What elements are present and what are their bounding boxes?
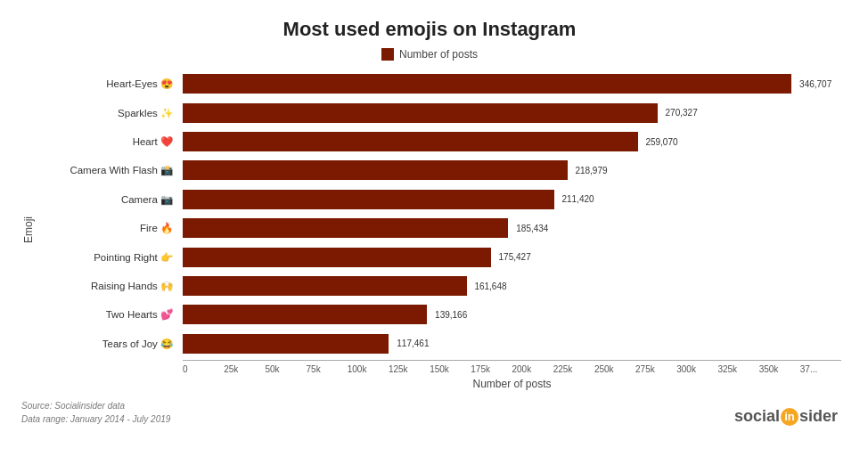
bar-label: Two Hearts 💕 <box>36 308 178 321</box>
bar-value-label: 259,070 <box>645 137 677 147</box>
bar-track: 211,420 <box>183 190 841 209</box>
bar-label: Pointing Right 👉 <box>36 251 178 264</box>
x-tick: 125k <box>389 364 430 374</box>
bar-row: Fire 🔥185,434 <box>183 214 841 242</box>
bar-fill: 175,427 <box>183 248 491 267</box>
x-tick: 175k <box>471 364 512 374</box>
bar-label: Tears of Joy 😂 <box>36 338 178 350</box>
x-tick: 225k <box>553 364 594 374</box>
chart-inner: Heart-Eyes 😍346,707Sparkles ✨270,327Hear… <box>36 69 841 390</box>
legend-label: Number of posts <box>399 48 478 61</box>
bar-row: Heart-Eyes 😍346,707 <box>183 69 841 98</box>
brand-middle: in <box>781 408 798 426</box>
x-tick: 325k <box>717 364 758 374</box>
chart-title: Most used emojis on Instagram <box>18 18 841 41</box>
bar-fill: 139,166 <box>183 305 427 324</box>
x-tick: 150k <box>430 364 471 374</box>
legend: Number of posts <box>18 48 841 61</box>
bar-fill: 185,434 <box>183 218 508 238</box>
bar-fill: 270,327 <box>183 103 658 123</box>
bar-row: Pointing Right 👉175,427 <box>183 242 841 271</box>
brand-prefix: social <box>734 407 780 426</box>
x-axis: 025k50k75k100k125k150k175k200k225k250k27… <box>183 364 841 374</box>
bar-label: Sparkles ✨ <box>36 107 178 119</box>
bar-label: Raising Hands 🙌 <box>36 280 178 292</box>
x-tick: 75k <box>307 364 348 374</box>
bar-fill: 161,648 <box>183 276 467 296</box>
bar-track: 185,434 <box>183 218 841 238</box>
footer: Source: Socialinsider dataData range: Ja… <box>18 399 841 426</box>
bar-row: Sparkles ✨270,327 <box>183 98 841 126</box>
bar-value-label: 161,648 <box>474 281 506 291</box>
bar-fill: 211,420 <box>183 190 554 209</box>
bar-label: Camera With Flash 📸 <box>36 164 178 176</box>
bar-track: 175,427 <box>183 248 841 267</box>
y-axis-label: Emoji <box>18 69 36 390</box>
bar-value-label: 270,327 <box>666 108 698 118</box>
bar-track: 218,979 <box>183 160 841 180</box>
x-axis-label: Number of posts <box>183 378 841 390</box>
x-tick: 200k <box>512 364 553 374</box>
bar-track: 270,327 <box>183 103 841 123</box>
bar-track: 161,648 <box>183 276 841 296</box>
bar-row: Tears of Joy 😂117,461 <box>183 330 841 358</box>
bar-fill: 259,070 <box>183 132 638 151</box>
bars-area: Heart-Eyes 😍346,707Sparkles ✨270,327Hear… <box>36 69 841 358</box>
brand-suffix: sider <box>799 407 838 426</box>
x-tick: 250k <box>594 364 635 374</box>
bar-track: 117,461 <box>183 334 841 354</box>
x-tick: 0 <box>183 364 224 374</box>
bar-label: Heart ❤️ <box>36 135 178 148</box>
x-tick: 25k <box>224 364 265 374</box>
legend-color-box <box>381 48 394 61</box>
bar-label: Heart-Eyes 😍 <box>36 77 178 90</box>
x-tick: 100k <box>348 364 389 374</box>
x-tick: 50k <box>265 364 306 374</box>
bar-row: Camera 📷211,420 <box>183 185 841 214</box>
source-text: Source: Socialinsider dataData range: Ja… <box>21 399 170 426</box>
bar-label: Fire 🔥 <box>36 222 178 234</box>
chart-container: Most used emojis on Instagram Number of … <box>0 0 868 473</box>
bar-value-label: 218,979 <box>575 166 607 175</box>
x-tick: 350k <box>759 364 800 374</box>
bar-fill: 346,707 <box>183 74 791 94</box>
bar-fill: 117,461 <box>183 334 389 354</box>
bar-row: Heart ❤️259,070 <box>183 127 841 156</box>
bar-fill: 218,979 <box>183 160 568 180</box>
brand-logo: socialinsider <box>734 407 838 426</box>
bar-value-label: 139,166 <box>435 310 467 320</box>
x-tick: 300k <box>676 364 717 374</box>
bar-row: Two Hearts 💕139,166 <box>183 300 841 329</box>
bar-value-label: 185,434 <box>516 224 548 233</box>
bar-label: Camera 📷 <box>36 193 178 206</box>
bar-row: Camera With Flash 📸218,979 <box>183 156 841 184</box>
bar-value-label: 117,461 <box>397 338 429 348</box>
bar-value-label: 211,420 <box>561 194 594 204</box>
bar-value-label: 346,707 <box>799 79 831 89</box>
bar-track: 346,707 <box>183 74 841 94</box>
bar-value-label: 175,427 <box>499 252 531 262</box>
x-tick: 37... <box>800 364 841 374</box>
x-tick: 275k <box>635 364 676 374</box>
chart-area: Emoji Heart-Eyes 😍346,707Sparkles ✨270,3… <box>18 69 841 390</box>
x-axis-line <box>183 360 841 361</box>
bar-row: Raising Hands 🙌161,648 <box>183 272 841 300</box>
bar-track: 259,070 <box>183 132 841 151</box>
bar-track: 139,166 <box>183 305 841 324</box>
